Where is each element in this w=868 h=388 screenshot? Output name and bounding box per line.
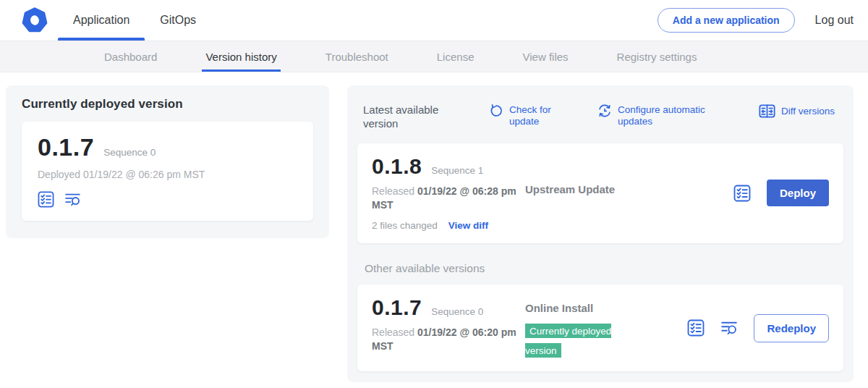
deployed-version-card: 0.1.7 Sequence 0 Deployed 01/19/22 @ 06:… <box>22 122 313 221</box>
version-card-latest: 0.1.8 Sequence 1 Released 01/19/22 @ 06:… <box>357 143 843 243</box>
top-tabs: Application GitOps <box>58 0 211 41</box>
other-version-info: 0.1.7 Sequence 0 Released 01/19/22 @ 06:… <box>372 297 525 354</box>
preflight-checks-icon[interactable] <box>687 319 705 337</box>
released-label: Released <box>372 326 414 338</box>
app-logo[interactable] <box>22 0 48 41</box>
add-application-button[interactable]: Add a new application <box>658 8 795 33</box>
tab-gitops[interactable]: GitOps <box>145 0 211 41</box>
tab-gitops-label: GitOps <box>160 14 196 27</box>
view-logs-icon[interactable] <box>64 191 81 208</box>
latest-available-title: Latest available version <box>363 104 456 131</box>
subnav-item-license[interactable]: License <box>433 41 478 72</box>
version-card-other: 0.1.7 Sequence 0 Released 01/19/22 @ 06:… <box>357 284 843 372</box>
latest-card-actions: Deploy <box>733 180 829 206</box>
redeploy-button[interactable]: Redeploy <box>754 314 829 342</box>
deployed-version-number: 0.1.7 <box>38 135 94 159</box>
subnav-item-dashboard[interactable]: Dashboard <box>101 41 161 72</box>
diff-versions-label: Diff versions <box>781 105 835 117</box>
subnav-item-troubleshoot[interactable]: Troubleshoot <box>322 41 392 72</box>
other-version-row: 0.1.7 Sequence 0 <box>372 297 525 319</box>
subnav-item-registry-settings[interactable]: Registry settings <box>613 41 701 72</box>
latest-version-info: 0.1.8 Sequence 1 Released 01/19/22 @ 06:… <box>372 156 525 231</box>
view-diff-link[interactable]: View diff <box>448 220 488 231</box>
subnav-item-version-history[interactable]: Version history <box>202 41 280 72</box>
tab-application[interactable]: Application <box>58 0 145 41</box>
other-sequence-label: Sequence 0 <box>431 306 483 317</box>
other-versions-title: Other available versions <box>365 262 843 275</box>
available-versions-panel: Latest available version Check for updat… <box>347 85 854 382</box>
refresh-arrow-icon <box>489 104 503 118</box>
preflight-checks-icon[interactable] <box>733 185 751 202</box>
latest-released-line: Released 01/19/22 @ 06:28 pm MST <box>372 185 521 213</box>
app-subnav: Dashboard Version history Troubleshoot L… <box>0 41 868 72</box>
currently-deployed-title: Currently deployed version <box>22 97 313 111</box>
subnav-item-view-files[interactable]: View files <box>519 41 571 72</box>
latest-sequence-label: Sequence 1 <box>431 165 483 176</box>
latest-source-column: Upstream Update <box>525 183 733 195</box>
other-card-actions: Redeploy <box>687 314 829 342</box>
latest-source-label: Upstream Update <box>525 183 733 195</box>
other-source-label: Online Install <box>525 302 687 314</box>
deployed-sequence-label: Sequence 0 <box>103 147 156 158</box>
other-released-line: Released 01/19/22 @ 06:20 pm MST <box>372 326 521 354</box>
released-label: Released <box>372 185 414 197</box>
top-nav-bar: Application GitOps Add a new application… <box>0 0 868 41</box>
check-for-update-label: Check for update <box>509 104 557 127</box>
configure-auto-updates-action[interactable]: Configure automatic updates <box>597 104 718 127</box>
currently-deployed-badge: Currently deployed version <box>525 324 611 357</box>
latest-version-number: 0.1.8 <box>372 156 422 177</box>
configure-auto-updates-label: Configure automatic updates <box>618 104 718 127</box>
preflight-checks-icon[interactable] <box>38 191 54 208</box>
currently-deployed-badge-wrap: Currently deployed version <box>525 321 635 360</box>
deployed-card-actions <box>38 191 297 208</box>
other-source-column: Online Install Currently deployed versio… <box>525 302 687 360</box>
check-for-update-action[interactable]: Check for update <box>489 104 557 127</box>
diff-versions-icon <box>759 104 775 119</box>
deployed-timestamp: Deployed 01/19/22 @ 06:26 pm MST <box>38 169 297 180</box>
currently-deployed-panel: Currently deployed version 0.1.7 Sequenc… <box>6 85 329 238</box>
other-version-number: 0.1.7 <box>372 297 422 319</box>
deployed-version-row: 0.1.7 Sequence 0 <box>38 135 297 159</box>
files-changed-label: 2 files changed <box>372 220 438 231</box>
version-history-page: Currently deployed version 0.1.7 Sequenc… <box>0 72 868 388</box>
logout-link[interactable]: Log out <box>815 14 854 27</box>
tab-application-label: Application <box>73 14 129 27</box>
latest-version-row: 0.1.8 Sequence 1 <box>372 156 525 177</box>
diff-versions-action[interactable]: Diff versions <box>759 104 835 119</box>
latest-files-row: 2 files changed View diff <box>372 220 525 231</box>
view-logs-icon[interactable] <box>720 319 738 337</box>
auto-update-clock-icon <box>597 104 612 118</box>
available-panel-header: Latest available version Check for updat… <box>357 96 843 143</box>
deploy-button[interactable]: Deploy <box>767 180 829 206</box>
app-logo-heptagon-icon <box>22 7 48 33</box>
top-bar-right: Add a new application Log out <box>658 0 854 41</box>
